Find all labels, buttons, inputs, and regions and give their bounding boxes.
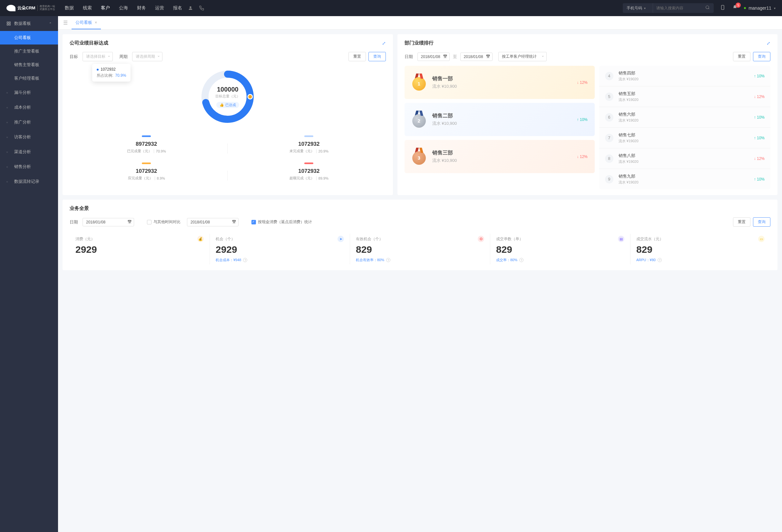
kpi-2: 有效机会（个）✪829机会有效率：80%?: [350, 234, 490, 264]
cash-checkbox[interactable]: 按现金消费（返点后消费）统计: [251, 219, 312, 225]
metric-2: 1072932应完成量（元）8.9%: [70, 163, 223, 181]
search-input[interactable]: [653, 6, 702, 10]
logo-text: 云朵CRM: [17, 5, 35, 11]
nav-item-1[interactable]: 线索: [83, 5, 92, 11]
close-icon[interactable]: ×: [95, 20, 97, 25]
nav-item-4[interactable]: 财务: [137, 5, 146, 11]
medal-icon: 1: [412, 73, 426, 91]
kpi-1: 机会（个）➤2929机会成本：¥948?: [210, 234, 350, 264]
metric-0: 8972932已完成量（元）70.9%: [70, 135, 223, 153]
sidebar-item-4[interactable]: ◦渠道分析: [0, 144, 58, 159]
sidebar-child-0[interactable]: 公司看板: [0, 31, 58, 44]
list-item: 8销售八部流水 ¥19020↓ 12%: [599, 148, 771, 169]
query-button[interactable]: 查询: [368, 52, 386, 61]
topbar: 云朵CRM 教育机构一站式服务云平台 数据线索客户公海财务运营报名 手机号码 5…: [0, 0, 782, 16]
notification-badge: 5: [736, 3, 741, 8]
query-button[interactable]: 查询: [753, 52, 771, 61]
kpi-4: 成交流水（元）▭829ARPU：¥80?: [631, 234, 771, 264]
help-icon[interactable]: ?: [657, 258, 662, 262]
sidebar-group-dashboard[interactable]: 数据看板 ⌃: [0, 16, 58, 31]
metric-1: 1072932未完成量（元）20.9%: [232, 135, 386, 153]
list-item: 7销售七部流水 ¥19020↑ 10%: [599, 128, 771, 148]
medal-icon: 3: [412, 148, 426, 166]
reset-button[interactable]: 重置: [733, 217, 750, 227]
achieved-badge: 👍已达成: [216, 102, 239, 108]
sidebar-child-3[interactable]: 客户经理看板: [0, 72, 58, 85]
kpi-icon: 💰: [197, 236, 204, 242]
overview-date2[interactable]: 2018/01/08: [187, 218, 239, 226]
date-from[interactable]: 2018/01/08: [418, 52, 450, 61]
user-icon[interactable]: [188, 5, 193, 11]
rank-card-3: 3销售三部流水 ¥10,900↓ 12%: [404, 140, 595, 173]
overview-date1[interactable]: 2018/01/08: [82, 218, 134, 226]
list-item: 6销售六部流水 ¥19020↑ 10%: [599, 107, 771, 128]
kpi-icon: ▭: [758, 236, 765, 242]
nav-item-5[interactable]: 运营: [155, 5, 164, 11]
kpi-icon: ➤: [337, 236, 344, 242]
list-item: 9销售九部流水 ¥19020↑ 10%: [599, 169, 771, 189]
help-icon[interactable]: ?: [386, 258, 390, 262]
chart-tooltip: 1072932 所占比例:70.9%: [92, 64, 131, 81]
sidebar-item-0[interactable]: ◦漏斗分析: [0, 85, 58, 100]
compare-checkbox[interactable]: 与其他时间对比: [147, 219, 180, 225]
phone-icon[interactable]: [199, 5, 204, 11]
kpi-0: 消费（元）💰2929: [70, 234, 210, 264]
nav-item-0[interactable]: 数据: [65, 5, 74, 11]
chevron-up-icon: ⌃: [49, 22, 51, 26]
target-select[interactable]: 请选择目标: [82, 52, 113, 61]
donut-chart: 1072932 所占比例:70.9% 100000: [70, 61, 386, 184]
nav-item-2[interactable]: 客户: [101, 5, 110, 11]
search-type-select[interactable]: 手机号码: [623, 3, 653, 13]
stat-by-select[interactable]: 按工单客户经理统计: [498, 52, 547, 61]
card-title: 公司业绩目标达成: [70, 40, 108, 46]
sidebar-item-3[interactable]: ◦访客分析: [0, 130, 58, 144]
sidebar-item-5[interactable]: ◦销售分析: [0, 159, 58, 174]
svg-rect-7: [9, 24, 10, 25]
medal-icon: 2: [412, 111, 426, 128]
sidebar-item-6[interactable]: ◦数据流转记录: [0, 174, 58, 189]
search-icon[interactable]: [702, 5, 714, 11]
search-bar: 手机号码: [623, 3, 714, 13]
rank-card-2: 2销售二部流水 ¥10,900↑ 10%: [404, 103, 595, 136]
kpi-icon: ✪: [478, 236, 484, 242]
device-icon[interactable]: [720, 4, 725, 11]
reset-button[interactable]: 重置: [349, 52, 366, 61]
sidebar-child-1[interactable]: 推广主管看板: [0, 44, 58, 58]
svg-rect-2: [721, 5, 724, 9]
sidebar: 数据看板 ⌃ 公司看板推广主管看板销售主管看板客户经理看板 ◦漏斗分析◦成本分析…: [0, 16, 58, 532]
sidebar-item-1[interactable]: ◦成本分析: [0, 100, 58, 115]
help-icon[interactable]: ?: [243, 258, 247, 262]
help-icon[interactable]: ?: [519, 258, 524, 262]
svg-point-1: [706, 6, 709, 9]
card-title: 部门业绩排行: [404, 40, 433, 46]
logo-subtitle: 教育机构一站式服务云平台: [37, 5, 55, 11]
overview-card: 业务全景 日期 2018/01/08 与其他时间对比 2018/01/08 按现…: [63, 200, 778, 270]
period-select[interactable]: 请选择周期: [132, 52, 163, 61]
svg-rect-6: [7, 24, 8, 25]
user-menu[interactable]: manager11: [744, 5, 776, 11]
kpi-3: 成交单数（单）▤829成交率：80%?: [490, 234, 631, 264]
metric-3: 1072932超额完成（元）89.9%: [232, 163, 386, 181]
bell-icon[interactable]: 5: [732, 4, 738, 11]
top-nav: 数据线索客户公海财务运营报名: [65, 5, 182, 11]
list-item: 5销售五部流水 ¥19020↓ 12%: [599, 86, 771, 107]
tab-company-board[interactable]: 公司看板 ×: [72, 16, 101, 29]
svg-rect-4: [7, 22, 8, 23]
kpi-icon: ▤: [618, 236, 625, 242]
menu-icon[interactable]: ☰: [63, 20, 68, 26]
expand-icon[interactable]: ⤢: [767, 41, 771, 46]
expand-icon[interactable]: ⤢: [382, 41, 386, 46]
nav-item-6[interactable]: 报名: [173, 5, 182, 11]
list-item: 4销售四部流水 ¥19020↑ 10%: [599, 66, 771, 86]
logo: 云朵CRM 教育机构一站式服务云平台: [6, 5, 55, 11]
svg-rect-5: [9, 22, 10, 23]
date-to[interactable]: 2018/01/08: [460, 52, 493, 61]
nav-item-3[interactable]: 公海: [119, 5, 128, 11]
donut-value: 100000: [217, 86, 239, 93]
sidebar-child-2[interactable]: 销售主管看板: [0, 58, 58, 72]
main-content: ☰ 公司看板 × 公司业绩目标达成 ⤢ 目标: [58, 16, 782, 532]
reset-button[interactable]: 重置: [733, 52, 750, 61]
rank-card-1: 1销售一部流水 ¥10,900↓ 12%: [404, 66, 595, 99]
sidebar-item-2[interactable]: ◦推广分析: [0, 115, 58, 130]
query-button[interactable]: 查询: [753, 217, 771, 227]
